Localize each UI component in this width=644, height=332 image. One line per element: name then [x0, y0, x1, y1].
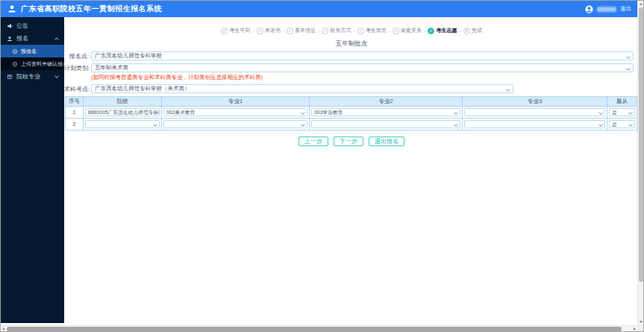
horizontal-scrollbar[interactable]	[1, 325, 637, 331]
step-separator: -	[252, 28, 254, 34]
vertical-scrollbar-thumb[interactable]	[639, 7, 643, 282]
chevron-down-icon	[628, 122, 633, 127]
step-check-icon	[221, 28, 228, 34]
scroll-down-arrow-icon[interactable]	[640, 321, 643, 323]
step-separator: -	[424, 28, 425, 34]
col-header-no: 序号	[66, 97, 84, 107]
sidebar-item-college-majors[interactable]: 院校专业	[1, 70, 64, 83]
wizard-stepper: 考生守则 - 承诺书 - 基本信息 - 联系方式 - 考生简历 - 家庭关系 -…	[64, 27, 639, 34]
art-exam-site-value: 广东茂名幼儿师范专科学校（美术类）	[95, 85, 190, 93]
major1-select[interactable]	[163, 120, 307, 128]
scroll-right-arrow-icon[interactable]	[634, 328, 636, 331]
step-basic-info: 基本信息	[287, 27, 316, 34]
chevron-down-icon	[626, 54, 631, 59]
step-separator: -	[283, 28, 284, 34]
sidebar-item-label: 预报名	[21, 48, 37, 55]
prev-step-button[interactable]: 上一步	[298, 137, 328, 146]
preference-form: 报名点: 广东茂名幼儿师范专科学校 计划类别: 五年制美术类 (如同时报考普通类…	[64, 51, 639, 93]
table-header-row: 序号 院校 专业1 专业2 专业3 服从	[66, 97, 637, 107]
chevron-down-icon	[54, 74, 59, 78]
app-window: 广东省高职院校五年一贯制招生报名系统 退出 公告 报名	[0, 0, 644, 332]
sidebar-item-label: 公告	[16, 22, 28, 30]
preference-table: 序号 院校 专业1 专业2 专业3 服从 1 8880005广东茂名幼儿师范专科…	[65, 96, 637, 131]
col-header-obey: 服从	[607, 97, 637, 107]
step-separator: -	[318, 28, 319, 34]
step-commitment: 承诺书	[257, 27, 281, 34]
col-header-school: 院校	[84, 97, 162, 107]
field-label-art-exam-site: 术科考点:	[64, 85, 89, 93]
major1-select[interactable]: 002美术教育	[163, 108, 307, 116]
plan-category-value: 五年制美术类	[95, 64, 128, 72]
sidebar-item-label: 上传资料并确认报名	[21, 60, 68, 68]
chevron-down-icon	[506, 87, 510, 92]
art-exam-site-select[interactable]: 广东茂名幼儿师范专科学校（美术类）	[91, 84, 513, 93]
step-resume: 考生简历	[357, 27, 387, 34]
step-check-icon	[428, 28, 434, 34]
quit-registration-button[interactable]: 退出报名	[369, 137, 404, 146]
obey-select[interactable]: 是	[609, 120, 635, 128]
col-header-major1: 专业1	[162, 97, 310, 107]
school-value: 8880005广东茂名幼儿师范专科学校	[88, 109, 160, 116]
step-check-icon	[322, 28, 328, 34]
plan-category-select[interactable]: 五年制美术类	[91, 63, 634, 72]
app-title: 广东省高职院校五年一贯制招生报名系统	[21, 4, 162, 14]
step-separator: -	[459, 28, 460, 34]
circle-dot-icon	[12, 61, 18, 67]
major2-select[interactable]: 003学前教育	[311, 108, 460, 116]
vertical-scrollbar[interactable]	[637, 1, 643, 325]
megaphone-icon	[7, 23, 13, 29]
user-menu[interactable]: 退出	[585, 5, 631, 13]
scroll-left-arrow-icon[interactable]	[2, 328, 4, 331]
scroll-up-arrow-icon[interactable]	[640, 3, 643, 5]
sidebar-item-pre-registration[interactable]: 预报名	[1, 45, 64, 57]
school-book-icon	[7, 74, 13, 80]
sidebar-item-label: 报名	[16, 34, 28, 43]
major1-value: 002美术教育	[166, 109, 196, 116]
logout-button[interactable]: 退出	[620, 5, 631, 13]
horizontal-scrollbar-thumb[interactable]	[7, 327, 622, 331]
school-select[interactable]	[85, 120, 160, 128]
chevron-down-icon	[628, 110, 633, 115]
sidebar-item-label: 院校专业	[16, 72, 40, 81]
main-content: 考生守则 - 承诺书 - 基本信息 - 联系方式 - 考生简历 - 家庭关系 -…	[64, 17, 639, 325]
step-finish: 8完成	[463, 27, 482, 34]
chevron-down-icon	[301, 110, 305, 115]
step-preferences-active: 考生志愿	[428, 27, 457, 34]
school-select[interactable]: 8880005广东茂名幼儿师范专科学校	[85, 108, 160, 116]
reg-point-value: 广东茂名幼儿师范专科学校	[95, 52, 162, 60]
major3-select[interactable]	[464, 120, 605, 128]
sidebar-item-upload-confirm[interactable]: 上传资料并确认报名	[1, 57, 64, 70]
step-check-icon	[393, 28, 399, 34]
step-contact: 联系方式	[322, 27, 351, 34]
major3-select[interactable]	[464, 108, 605, 116]
step-check-icon	[257, 28, 263, 34]
obey-select[interactable]: 是	[609, 108, 635, 116]
major2-value: 003学前教育	[314, 109, 343, 116]
reg-point-select[interactable]: 广东茂名幼儿师范专科学校	[91, 51, 634, 60]
col-header-major2: 专业2	[310, 97, 463, 107]
chevron-up-icon	[54, 37, 59, 42]
col-header-major3: 专业3	[463, 97, 607, 107]
obey-value: 是	[612, 109, 617, 116]
step-check-icon	[357, 28, 364, 34]
major2-select[interactable]	[311, 120, 460, 128]
graduate-person-icon	[7, 4, 16, 13]
step-rules: 考生守则	[221, 27, 250, 34]
chevron-down-icon	[454, 122, 458, 127]
masked-username	[597, 7, 616, 12]
step-separator: -	[389, 28, 390, 34]
step-family: 家庭关系	[393, 27, 422, 34]
table-row: 2 是	[66, 119, 637, 131]
top-header-bar: 广东省高职院校五年一贯制招生报名系统 退出	[1, 1, 643, 17]
chevron-down-icon	[626, 66, 631, 71]
scrollbar-corner	[637, 325, 643, 331]
sidebar-item-announcements[interactable]: 公告	[1, 19, 64, 32]
next-step-button[interactable]: 下一步	[334, 137, 363, 146]
sidebar-submenu: 预报名 上传资料并确认报名	[1, 45, 64, 70]
chevron-down-icon	[454, 110, 458, 115]
batch-title: 五年制批次	[64, 40, 639, 48]
field-label-reg-point: 报名点:	[64, 52, 89, 60]
user-form-icon	[7, 36, 13, 42]
sidebar-item-registration[interactable]: 报名	[1, 32, 64, 45]
action-buttons: 上一步 下一步 退出报名	[64, 137, 639, 146]
